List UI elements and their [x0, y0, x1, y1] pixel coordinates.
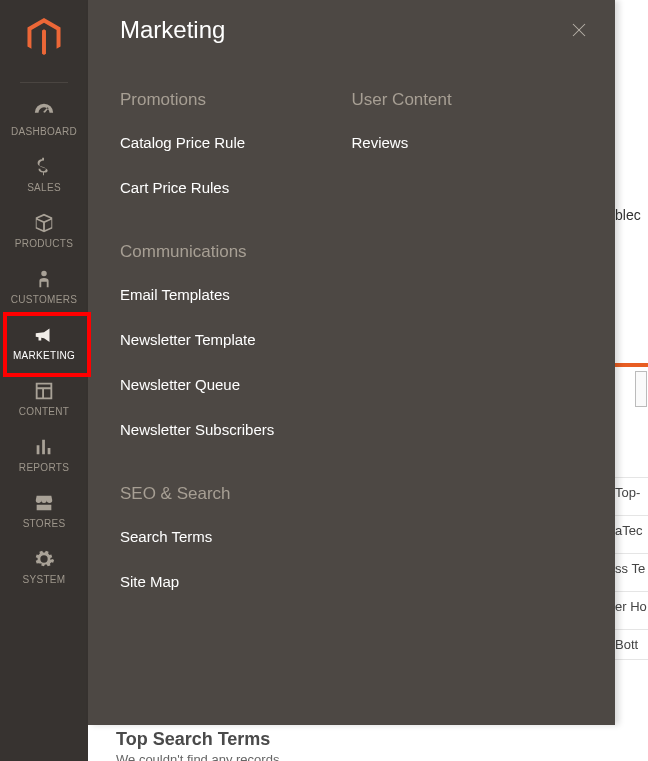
close-icon — [570, 21, 588, 39]
bg-row-fragment: aTec — [615, 515, 648, 546]
bg-row-fragment: Bott — [615, 629, 648, 660]
gauge-icon — [33, 99, 55, 123]
layout-icon — [33, 379, 55, 403]
section-communications: Communications Email Templates Newslette… — [120, 242, 352, 438]
bg-row-fragment: er Ho — [615, 591, 648, 622]
bg-row-fragment: Top- — [615, 477, 648, 508]
sidebar-item-content[interactable]: CONTENT — [0, 369, 88, 425]
section-title: Communications — [120, 242, 352, 262]
link-newsletter-template[interactable]: Newsletter Template — [120, 331, 352, 348]
section-title: SEO & Search — [120, 484, 352, 504]
sidebar-item-label: MARKETING — [13, 350, 75, 361]
person-icon — [33, 267, 55, 291]
sidebar-item-label: CUSTOMERS — [11, 294, 77, 305]
sidebar-item-label: DASHBOARD — [11, 126, 77, 137]
link-site-map[interactable]: Site Map — [120, 573, 352, 590]
section-title: Promotions — [120, 90, 352, 110]
megaphone-icon — [33, 323, 55, 347]
link-newsletter-queue[interactable]: Newsletter Queue — [120, 376, 352, 393]
flyout-column-right: User Content Reviews — [352, 90, 584, 636]
storefront-icon — [33, 491, 55, 515]
sidebar-item-customers[interactable]: CUSTOMERS — [0, 257, 88, 313]
box-icon — [33, 211, 55, 235]
sidebar-item-label: SALES — [27, 182, 61, 193]
section-seo-search: SEO & Search Search Terms Site Map — [120, 484, 352, 590]
bg-partial-button[interactable] — [635, 371, 647, 407]
sidebar-item-label: PRODUCTS — [15, 238, 74, 249]
link-search-terms[interactable]: Search Terms — [120, 528, 352, 545]
no-records-text: We couldn't find any records. — [116, 752, 615, 761]
link-newsletter-subscribers[interactable]: Newsletter Subscribers — [120, 421, 352, 438]
bg-row-fragment: ss Te — [615, 553, 648, 584]
bg-text-fragment: blec — [615, 207, 641, 223]
link-catalog-price-rule[interactable]: Catalog Price Rule — [120, 134, 352, 151]
sidebar-item-dashboard[interactable]: DASHBOARD — [0, 89, 88, 145]
sidebar-item-products[interactable]: PRODUCTS — [0, 201, 88, 257]
link-cart-price-rules[interactable]: Cart Price Rules — [120, 179, 352, 196]
bar-chart-icon — [33, 435, 55, 459]
sidebar-item-label: CONTENT — [19, 406, 69, 417]
sidebar-separator — [20, 82, 68, 83]
gear-icon — [33, 547, 55, 571]
dollar-icon — [33, 155, 55, 179]
sidebar-item-label: REPORTS — [19, 462, 69, 473]
flyout-column-left: Promotions Catalog Price Rule Cart Price… — [120, 90, 352, 636]
sidebar-item-label: STORES — [23, 518, 66, 529]
admin-sidebar: DASHBOARD SALES PRODUCTS CUSTOMERS MARKE… — [0, 0, 88, 761]
magento-logo[interactable] — [27, 18, 61, 60]
sidebar-item-label: SYSTEM — [23, 574, 66, 585]
close-button[interactable] — [567, 18, 591, 42]
sidebar-item-reports[interactable]: REPORTS — [0, 425, 88, 481]
sidebar-item-stores[interactable]: STORES — [0, 481, 88, 537]
bottom-content: Top Search Terms We couldn't find any re… — [88, 725, 615, 761]
flyout-title: Marketing — [120, 16, 225, 44]
marketing-flyout-panel: Marketing Promotions Catalog Price Rule … — [88, 0, 615, 725]
sidebar-item-sales[interactable]: SALES — [0, 145, 88, 201]
section-title: User Content — [352, 90, 584, 110]
bg-accent-bar — [615, 363, 648, 367]
link-reviews[interactable]: Reviews — [352, 134, 584, 151]
link-email-templates[interactable]: Email Templates — [120, 286, 352, 303]
section-promotions: Promotions Catalog Price Rule Cart Price… — [120, 90, 352, 196]
sidebar-item-marketing[interactable]: MARKETING — [0, 313, 88, 369]
section-user-content: User Content Reviews — [352, 90, 584, 151]
sidebar-item-system[interactable]: SYSTEM — [0, 537, 88, 593]
background-content-strip: blec Top- aTec ss Te er Ho Bott — [615, 0, 648, 761]
top-search-terms-title: Top Search Terms — [116, 729, 615, 750]
